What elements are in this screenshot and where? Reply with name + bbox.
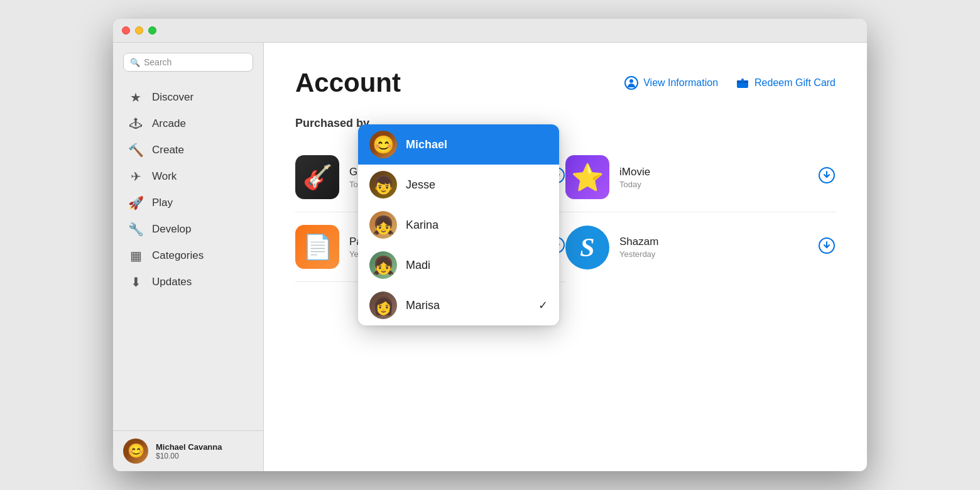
user-dropdown: 😊 Michael 👦 Jesse 👧 Karina	[358, 124, 559, 325]
imovie-icon	[565, 155, 609, 199]
shazam-date: Yesterday	[619, 249, 808, 259]
marisa-emoji: 👩	[373, 295, 395, 316]
purchased-by-text: Purchased by	[295, 117, 369, 129]
sidebar-item-work[interactable]: ✈ Work	[117, 163, 259, 190]
sidebar-item-discover[interactable]: ★ Discover	[117, 84, 259, 111]
imovie-details: iMovie Today	[619, 166, 808, 189]
dropdown-name-jesse: Jesse	[406, 178, 435, 192]
redeem-gift-card-button[interactable]: Redeem Gift Card	[736, 76, 836, 90]
user-balance: $10.00	[156, 452, 222, 460]
dropdown-name-karina: Karina	[406, 219, 438, 232]
dropdown-item-madi[interactable]: 👧 Madi	[358, 245, 559, 285]
dropdown-avatar-marisa: 👩	[369, 291, 397, 319]
svg-rect-4	[741, 79, 744, 82]
avatar-emoji: 😊	[128, 443, 144, 459]
page-title: Account	[295, 68, 401, 98]
karina-emoji: 👧	[373, 215, 395, 236]
main-content: Account View Information	[264, 43, 867, 471]
app-window: 🔍 Search ★ Discover 🕹 Arcade 🔨 Create	[113, 19, 867, 471]
view-information-label: View Information	[643, 77, 718, 89]
sidebar-label-categories: Categories	[152, 249, 204, 262]
play-icon: 🚀	[128, 195, 143, 210]
dropdown-item-jesse[interactable]: 👦 Jesse	[358, 165, 559, 205]
checkmark-icon: ✓	[538, 298, 548, 312]
categories-icon: ▦	[128, 248, 143, 263]
develop-icon: 🔧	[128, 222, 143, 237]
sidebar-label-work: Work	[152, 170, 177, 183]
view-information-button[interactable]: View Information	[624, 76, 718, 90]
dropdown-avatar-karina: 👧	[369, 211, 397, 239]
redeem-gift-card-label: Redeem Gift Card	[754, 77, 836, 89]
sidebar-item-play[interactable]: 🚀 Play	[117, 190, 259, 216]
account-icon	[624, 76, 638, 90]
work-icon: ✈	[128, 169, 143, 184]
sidebar-item-arcade[interactable]: 🕹 Arcade	[117, 111, 259, 137]
main-header: Account View Information	[295, 68, 836, 98]
dropdown-name-madi: Madi	[406, 259, 430, 272]
sidebar-label-develop: Develop	[152, 223, 191, 236]
dropdown-item-marisa[interactable]: 👩 Marisa ✓	[358, 285, 559, 325]
sidebar-label-create: Create	[152, 144, 184, 156]
gift-card-icon	[736, 76, 749, 90]
app-row-imovie: iMovie Today	[565, 143, 836, 212]
sidebar-label-play: Play	[152, 197, 173, 209]
pages-icon	[295, 225, 339, 269]
sidebar-label-updates: Updates	[152, 276, 192, 288]
app-row-shazam: Shazam Yesterday	[565, 212, 836, 282]
imovie-name: iMovie	[619, 166, 808, 178]
sidebar: 🔍 Search ★ Discover 🕹 Arcade 🔨 Create	[113, 43, 264, 471]
header-actions: View Information Redeem Gift Card	[624, 76, 836, 90]
user-info: Michael Cavanna $10.00	[156, 442, 222, 460]
michael-emoji: 😊	[373, 134, 395, 155]
app-body: 🔍 Search ★ Discover 🕹 Arcade 🔨 Create	[113, 43, 867, 471]
dropdown-name-marisa: Marisa	[406, 299, 440, 312]
dropdown-item-michael[interactable]: 😊 Michael	[358, 124, 559, 165]
dropdown-name-michael: Michael	[406, 138, 447, 151]
sidebar-item-develop[interactable]: 🔧 Develop	[117, 216, 259, 242]
minimize-button[interactable]	[135, 26, 143, 35]
sidebar-item-create[interactable]: 🔨 Create	[117, 137, 259, 163]
discover-icon: ★	[128, 90, 143, 105]
sidebar-label-discover: Discover	[152, 91, 193, 104]
shazam-name: Shazam	[619, 236, 808, 248]
updates-icon: ⬇	[128, 275, 143, 290]
create-icon: 🔨	[128, 143, 143, 158]
user-name: Michael Cavanna	[156, 442, 222, 452]
nav-items: ★ Discover 🕹 Arcade 🔨 Create ✈ Work 🚀	[113, 84, 263, 430]
sidebar-item-categories[interactable]: ▦ Categories	[117, 242, 259, 269]
imovie-download-button[interactable]	[818, 166, 836, 188]
shazam-details: Shazam Yesterday	[619, 236, 808, 259]
jesse-emoji: 👦	[373, 175, 395, 195]
shazam-icon	[565, 226, 609, 270]
arcade-icon: 🕹	[128, 116, 143, 131]
sidebar-footer: 😊 Michael Cavanna $10.00	[113, 430, 263, 471]
shazam-download-button[interactable]	[818, 237, 836, 258]
dropdown-item-karina[interactable]: 👧 Karina	[358, 205, 559, 245]
dropdown-avatar-jesse: 👦	[369, 171, 397, 199]
search-icon: 🔍	[130, 58, 140, 67]
titlebar	[113, 19, 867, 43]
avatar: 😊	[123, 438, 148, 464]
maximize-button[interactable]	[148, 26, 156, 35]
imovie-date: Today	[619, 180, 808, 189]
close-button[interactable]	[122, 26, 130, 35]
madi-emoji: 👧	[373, 255, 395, 276]
dropdown-avatar-michael: 😊	[369, 131, 397, 158]
search-bar[interactable]: 🔍 Search	[123, 53, 253, 72]
garageband-icon	[295, 155, 339, 199]
sidebar-label-arcade: Arcade	[152, 117, 186, 130]
dropdown-avatar-madi: 👧	[369, 251, 397, 279]
svg-point-1	[629, 79, 633, 83]
sidebar-item-updates[interactable]: ⬇ Updates	[117, 269, 259, 295]
search-label: Search	[144, 57, 172, 67]
